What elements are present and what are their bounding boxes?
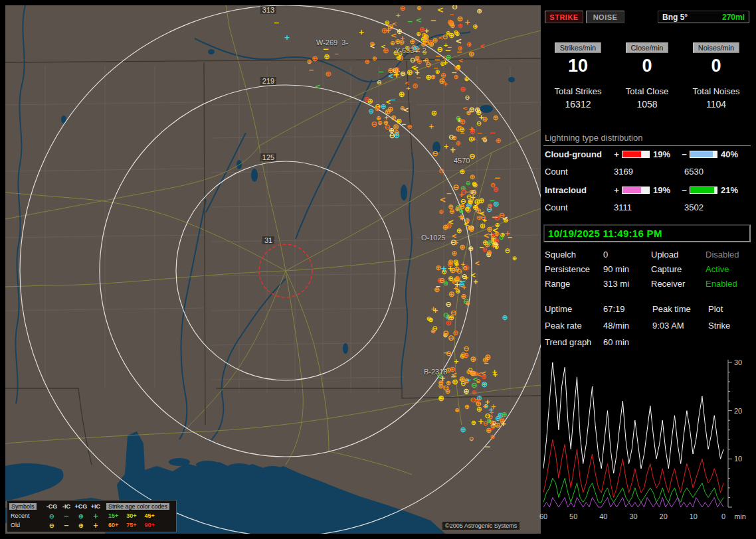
trend-x-tick: 20 — [660, 512, 668, 520]
distribution-title: Lightning type distribution — [543, 133, 751, 146]
intracloud-label: Intracloud — [543, 185, 613, 195]
bearing-range-display: Bng 5° 270mi — [658, 11, 749, 23]
count-label: Count — [543, 202, 614, 212]
svg-text:30: 30 — [734, 358, 742, 366]
total-noises-label: Total Noises — [682, 86, 751, 96]
datetime-display: 10/19/2025 11:49:16 PM — [543, 224, 751, 242]
legend-posic-icon: + — [93, 512, 98, 520]
close-per-min-value: 0 — [613, 56, 682, 76]
datetime-text: 10/19/2025 11:49:16 PM — [545, 228, 662, 239]
persistence-label: Persistence — [545, 264, 603, 274]
plus-sign: + — [613, 149, 620, 159]
cloud-ground-distribution-row: Cloud-ground + 19% − 40% — [543, 149, 751, 159]
age-code: 90+ — [145, 522, 155, 528]
legend-row-old: Old⊖−⊕+60+75+90+ — [9, 520, 174, 530]
cg-positive-percent: 19% — [651, 149, 680, 159]
trend-x-tick: 60 — [539, 512, 547, 520]
bearing-label: Bng 5° — [662, 13, 688, 22]
legend-poscg-icon: ⊕ — [78, 522, 84, 529]
legend-col-neg-cg: -CG — [47, 503, 58, 510]
legend-col-pos-cg: +CG — [75, 503, 88, 510]
noises-per-min-chip[interactable]: Noises/min — [693, 42, 739, 53]
trend-graph: 302010 6050403020100min — [543, 358, 751, 534]
minus-sign: − — [680, 185, 688, 195]
ic-negative-count: 3502 — [684, 202, 704, 212]
total-close-label: Total Close — [613, 86, 682, 96]
lightning-map[interactable]: ⊕−⊕⊕⊕+<<⊕⊕+⊕<⊕⊕⊕⊕⊕<⊖−⊕⊕−+⊕<⊕<++⊕⊖⊕⊕⊕+⊕⊕⊕… — [5, 5, 541, 534]
rate-values-row: 10 0 0 — [543, 56, 751, 76]
noise-button[interactable]: NOISE — [586, 11, 624, 23]
total-strikes-label: Total Strikes — [543, 86, 613, 96]
age-code-group: 60+75+90+ — [102, 522, 174, 528]
capture-status: Active — [706, 264, 752, 274]
strikes-per-min-value: 10 — [543, 56, 613, 76]
map-geography — [5, 5, 541, 534]
age-code-group: 15+30+45+ — [102, 512, 174, 519]
ic-negative-bar — [690, 187, 717, 194]
age-code: 45+ — [145, 512, 155, 519]
trend-graph-window: 60 min — [603, 337, 652, 347]
peak-rate-label: Peak rate — [545, 321, 603, 331]
strike-button[interactable]: STRIKE — [545, 11, 583, 23]
age-code: 60+ — [108, 522, 118, 528]
ic-positive-count: 3111 — [614, 202, 684, 212]
totals-label-row: Total Strikes Total Close Total Noises — [543, 86, 751, 96]
rate-chip-row: Strikes/min Close/min Noises/min — [543, 41, 751, 53]
plot-label: Plot — [708, 304, 752, 314]
age-code: 75+ — [126, 522, 136, 528]
range-value: 313 mi — [603, 279, 651, 289]
age-code: 30+ — [126, 512, 136, 519]
receiver-status: Enabled — [706, 279, 752, 289]
legend-poscg-icon: ⊕ — [78, 512, 84, 520]
ic-positive-bar — [622, 187, 650, 194]
strikes-per-min-chip[interactable]: Strikes/min — [555, 42, 601, 53]
settings-grid: Squelch 0 Upload Disabled Persistence 90… — [543, 250, 751, 289]
count-label: Count — [543, 167, 614, 177]
peak-time-label: Peak time — [652, 304, 708, 314]
trend-graph-label: Trend graph — [545, 337, 603, 347]
legend-negic-icon: − — [64, 512, 69, 520]
session-stats-grid: Uptime 67:19 Peak time Plot Peak rate 48… — [543, 304, 751, 347]
cg-positive-bar — [622, 151, 650, 158]
legend-row-label: Old — [9, 522, 44, 528]
trend-x-tick: 0 — [721, 512, 725, 520]
legend-row-label: Recent — [9, 512, 44, 519]
legend-posic-icon: + — [93, 522, 98, 529]
trend-x-tick: 10 — [690, 512, 698, 520]
uptime-value: 67:19 — [603, 304, 652, 314]
trend-x-axis: 6050403020100min — [543, 512, 751, 523]
svg-text:10: 10 — [734, 455, 742, 463]
upload-status: Disabled — [706, 250, 752, 260]
squelch-value: 0 — [603, 250, 651, 260]
cg-negative-count: 6530 — [684, 167, 704, 177]
uptime-label: Uptime — [545, 304, 603, 314]
trend-x-tick: 30 — [629, 512, 637, 520]
legend-symbols-header: Symbols — [9, 503, 37, 510]
legend-negic-icon: − — [64, 522, 69, 529]
upload-label: Upload — [651, 250, 706, 260]
cloud-ground-count-row: Count 3169 6530 — [543, 167, 751, 177]
age-code: 15+ — [108, 512, 118, 519]
receiver-label: Receiver — [651, 279, 706, 289]
totals-value-row: 16312 1058 1104 — [543, 99, 751, 110]
legend-col-neg-ic: -IC — [62, 503, 70, 510]
nexstorm-window: ⊕−⊕⊕⊕+<<⊕⊕+⊕<⊕⊕⊕⊕⊕<⊖−⊕⊕−+⊕<⊕<++⊕⊖⊕⊕⊕+⊕⊕⊕… — [0, 0, 756, 539]
cg-negative-percent: 40% — [719, 149, 748, 159]
signal-controls: STRIKE NOISE Bng 5° 270mi — [543, 11, 751, 24]
ic-negative-percent: 21% — [719, 185, 748, 195]
peak-time-value: 9:03 AM — [652, 321, 708, 331]
total-noises-value: 1104 — [682, 99, 751, 110]
legend-negcg-icon: ⊖ — [49, 512, 54, 520]
trend-x-unit: min — [734, 512, 746, 520]
total-close-value: 1058 — [613, 99, 682, 110]
plus-sign: + — [613, 185, 620, 195]
noises-per-min-value: 0 — [682, 56, 751, 76]
svg-text:20: 20 — [734, 407, 742, 415]
close-per-min-chip[interactable]: Close/min — [626, 42, 669, 53]
persistence-value: 90 min — [603, 264, 651, 274]
legend-negcg-icon: ⊖ — [49, 522, 54, 529]
cloud-ground-label: Cloud-ground — [543, 149, 613, 159]
ic-positive-percent: 19% — [651, 185, 680, 195]
strike-legend: Symbols -CG -IC +CG +IC Strike age color… — [7, 500, 177, 532]
range-label: Range — [545, 279, 603, 289]
